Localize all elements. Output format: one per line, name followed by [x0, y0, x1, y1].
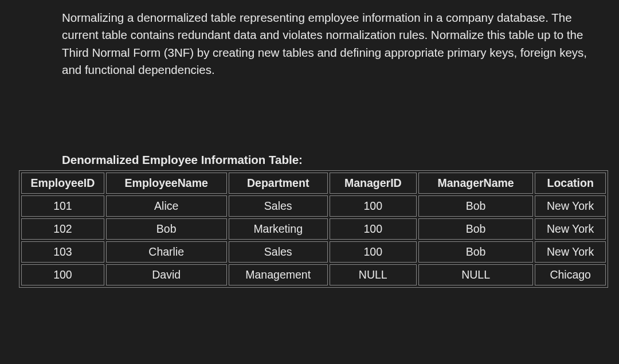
problem-description: Normalizing a denormalized table represe… [62, 9, 589, 79]
table-title: Denormalized Employee Information Table: [62, 153, 602, 167]
cell-department: Marketing [229, 218, 328, 240]
cell-manager-name: Bob [418, 195, 534, 217]
cell-manager-id: 100 [330, 218, 417, 240]
cell-department: Sales [229, 241, 328, 263]
cell-employee-name: Bob [106, 218, 227, 240]
cell-department: Sales [229, 195, 328, 217]
header-manager-name: ManagerName [418, 173, 534, 194]
header-employee-id: EmployeeID [21, 173, 104, 194]
cell-location: New York [535, 218, 606, 240]
header-manager-id: ManagerID [330, 173, 417, 194]
table-row: 100 David Management NULL NULL Chicago [21, 264, 606, 285]
employee-table: EmployeeID EmployeeName Department Manag… [19, 170, 608, 288]
cell-employee-name: Alice [106, 195, 227, 217]
cell-location: New York [535, 241, 606, 263]
header-department: Department [229, 173, 328, 194]
cell-manager-id: 100 [330, 241, 417, 263]
cell-manager-id: NULL [330, 264, 417, 285]
cell-manager-name: Bob [418, 218, 534, 240]
table-row: 101 Alice Sales 100 Bob New York [21, 195, 606, 217]
table-row: 102 Bob Marketing 100 Bob New York [21, 218, 606, 240]
header-employee-name: EmployeeName [106, 173, 227, 194]
cell-employee-name: Charlie [106, 241, 227, 263]
table-row: 103 Charlie Sales 100 Bob New York [21, 241, 606, 263]
table-header-row: EmployeeID EmployeeName Department Manag… [21, 173, 606, 194]
cell-employee-id: 103 [21, 241, 104, 263]
cell-employee-name: David [106, 264, 227, 285]
cell-location: Chicago [535, 264, 606, 285]
cell-employee-id: 100 [21, 264, 104, 285]
cell-manager-id: 100 [330, 195, 417, 217]
cell-location: New York [535, 195, 606, 217]
cell-department: Management [229, 264, 328, 285]
cell-employee-id: 101 [21, 195, 104, 217]
cell-manager-name: Bob [418, 241, 534, 263]
cell-manager-name: NULL [418, 264, 534, 285]
header-location: Location [535, 173, 606, 194]
cell-employee-id: 102 [21, 218, 104, 240]
